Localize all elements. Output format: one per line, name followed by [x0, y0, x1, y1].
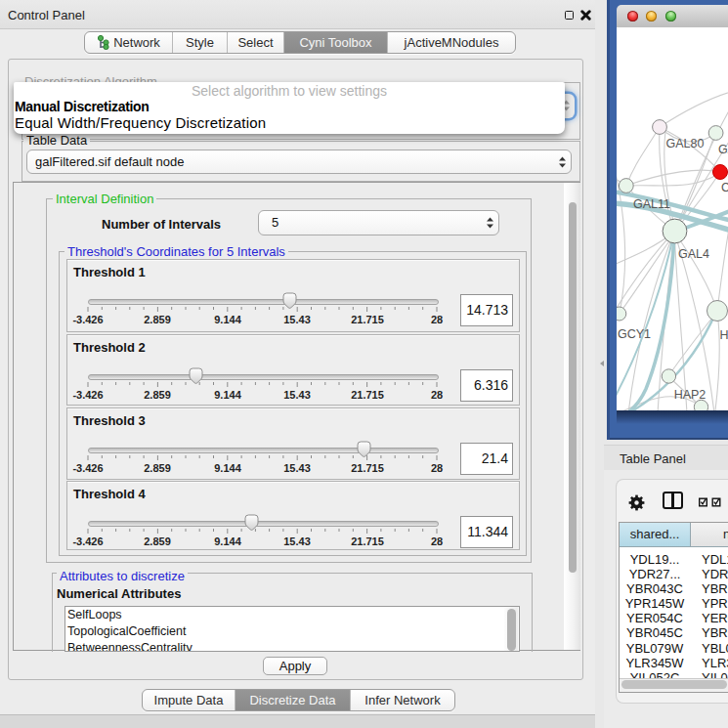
- svg-text:GA: GA: [718, 143, 728, 156]
- svg-text:GAL80: GAL80: [666, 137, 705, 150]
- svg-text:GAL11: GAL11: [633, 197, 670, 211]
- svg-text:GCY1: GCY1: [618, 327, 651, 341]
- svg-text:GAL4: GAL4: [678, 247, 709, 261]
- svg-text:C: C: [721, 181, 728, 194]
- svg-text:HAP2: HAP2: [674, 388, 707, 402]
- svg-text:H: H: [720, 328, 728, 342]
